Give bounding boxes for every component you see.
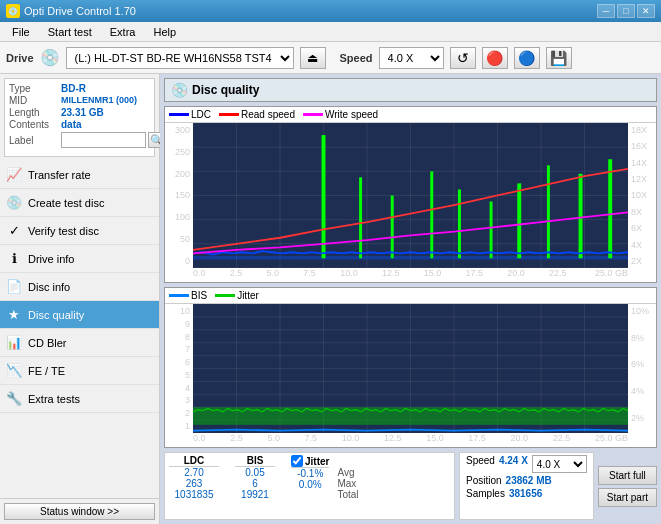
svg-rect-23 [547,165,550,258]
sidebar-item-fe-te[interactable]: 📉 FE / TE [0,357,159,385]
disc-panel: Type BD-R MID MILLENMR1 (000) Length 23.… [4,78,155,157]
sidebar-item-extra-tests[interactable]: 🔧 Extra tests [0,385,159,413]
ldc-chart-plot [193,123,628,268]
sidebar-item-label-disc-quality: Disc quality [28,309,84,321]
stats-inner: LDC 2.70 263 1031835 BIS 0.05 6 19921 [169,455,450,500]
panel-icon: 💿 [171,82,188,98]
ldc-chart-legend: LDC Read speed Write speed [165,107,656,123]
disc-label-input[interactable] [61,132,146,148]
bis-stats-header: BIS [235,455,275,467]
start-buttons: Start full Start part [598,452,657,520]
settings-button2[interactable]: 🔵 [514,47,540,69]
bis-chart-plot [193,304,628,433]
ldc-chart-body: 300 250 200 150 100 50 0 [165,123,656,268]
transfer-rate-icon: 📈 [6,167,22,182]
create-test-disc-icon: 💿 [6,195,22,210]
write-speed-legend-item: Write speed [303,109,378,120]
drive-icon: 💿 [40,48,60,67]
svg-rect-18 [391,195,394,258]
jitter-stats-header: Jitter [305,456,329,467]
speed-label: Speed [340,52,373,64]
ldc-chart-svg [193,123,628,268]
disc-mid-row: MID MILLENMR1 (000) [9,95,166,106]
minimize-button[interactable]: ─ [597,4,615,18]
drive-label: Drive [6,52,34,64]
sidebar-item-create-test-disc[interactable]: 💿 Create test disc [0,189,159,217]
ldc-avg-val: 2.70 [169,467,219,478]
sidebar-item-label-transfer-rate: Transfer rate [28,169,91,181]
bis-y-axis-left: 10 9 8 7 6 5 4 3 2 1 [165,304,193,433]
speed-position-panel: Speed 4.24 X 4.0 X Position 23862 MB Sam… [459,452,594,520]
disc-contents-label: Contents [9,119,61,130]
disc-label-row: Label 🔍 [9,132,166,148]
jitter-max-val: 0.0% [291,479,329,490]
sidebar-item-transfer-rate[interactable]: 📈 Transfer rate [0,161,159,189]
sidebar-item-verify-test-disc[interactable]: ✓ Verify test disc [0,217,159,245]
speed-dropdown[interactable]: 4.0 X [532,455,587,473]
svg-rect-25 [608,159,612,258]
jitter-legend-color [215,294,235,297]
bis-stats-col: BIS 0.05 6 19921 [235,455,275,500]
bis-x-axis: 0.0 2.5 5.0 7.5 10.0 12.5 15.0 17.5 20.0… [165,433,656,447]
row-labels: . Avg Max Total [337,455,358,500]
menu-start-test[interactable]: Start test [40,24,100,40]
jitter-legend-label: Jitter [237,290,259,301]
status-window-button[interactable]: Status window >> [4,503,155,520]
bis-legend-color [169,294,189,297]
start-part-button[interactable]: Start part [598,488,657,507]
close-button[interactable]: ✕ [637,4,655,18]
write-speed-legend-label: Write speed [325,109,378,120]
ldc-legend-item: LDC [169,109,211,120]
sidebar-item-label-fe-te: FE / TE [28,365,65,377]
bis-max-val: 6 [235,478,275,489]
total-label: Total [337,489,358,500]
maximize-button[interactable]: □ [617,4,635,18]
svg-rect-16 [322,135,326,258]
sidebar-item-disc-info[interactable]: 📄 Disc info [0,273,159,301]
disc-mid-label: MID [9,95,61,106]
sidebar-item-label-extra-tests: Extra tests [28,393,80,405]
speed-select[interactable]: 4.0 X [379,47,444,69]
drive-select[interactable]: (L:) HL-DT-ST BD-RE WH16NS58 TST4 [66,47,294,69]
disc-quality-icon: ★ [6,307,22,322]
bis-chart-panel: BIS Jitter 10 9 8 7 6 5 4 3 2 [164,287,657,448]
sidebar-item-cd-bler[interactable]: 📊 CD Bler [0,329,159,357]
sidebar: Type BD-R MID MILLENMR1 (000) Length 23.… [0,74,160,524]
ldc-legend-color [169,113,189,116]
sidebar-item-drive-info[interactable]: ℹ Drive info [0,245,159,273]
jitter-checkbox[interactable] [291,455,303,467]
start-full-button[interactable]: Start full [598,466,657,485]
settings-button1[interactable]: 🔴 [482,47,508,69]
speed-value: 4.24 X [499,455,528,473]
ldc-stats-col: LDC 2.70 263 1031835 [169,455,219,500]
eject-button[interactable]: ⏏ [300,47,326,69]
samples-label: Samples [466,488,505,499]
bis-chart-legend: BIS Jitter [165,288,656,304]
sidebar-item-label-cd-bler: CD Bler [28,337,67,349]
titlebar-controls: ─ □ ✕ [597,4,655,18]
disc-label-label: Label [9,135,61,146]
read-speed-legend-label: Read speed [241,109,295,120]
menu-help[interactable]: Help [145,24,184,40]
ldc-y-axis-left: 300 250 200 150 100 50 0 [165,123,193,268]
sidebar-item-label-disc-info: Disc info [28,281,70,293]
sidebar-item-disc-quality[interactable]: ★ Disc quality [0,301,159,329]
save-button[interactable]: 💾 [546,47,572,69]
svg-rect-17 [359,177,362,258]
sidebar-item-label-drive-info: Drive info [28,253,74,265]
svg-rect-15 [193,256,628,260]
bis-chart-svg [193,304,628,433]
position-label: Position [466,475,502,486]
disc-contents-row: Contents data [9,119,166,130]
verify-test-disc-icon: ✓ [6,223,22,238]
avg-label: Avg [337,467,358,478]
menu-file[interactable]: File [4,24,38,40]
refresh-button[interactable]: ↺ [450,47,476,69]
ldc-stats-header: LDC [169,455,219,467]
stats-table: LDC 2.70 263 1031835 BIS 0.05 6 19921 [164,452,455,520]
menu-extra[interactable]: Extra [102,24,144,40]
panel-title: Disc quality [192,83,259,97]
disc-length-row: Length 23.31 GB [9,107,166,118]
disc-type-row: Type BD-R [9,83,166,94]
jitter-stats-col: Jitter -0.1% 0.0% [291,455,329,490]
